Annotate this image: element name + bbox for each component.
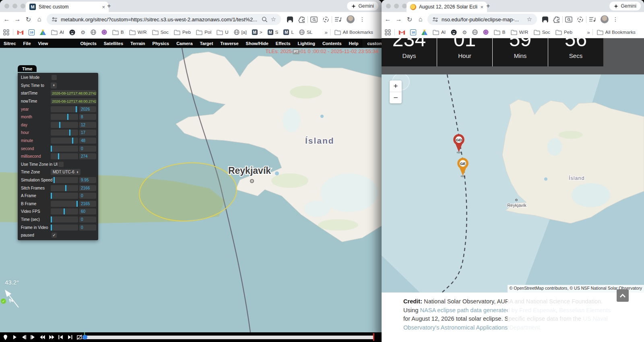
- menu-item-objects[interactable]: Objects: [76, 41, 100, 46]
- slider-handle[interactable]: [58, 153, 59, 159]
- zoom-in-button[interactable]: +: [390, 80, 402, 92]
- all-bookmarks-folder[interactable]: All Bookmarks: [597, 29, 636, 35]
- slider-track[interactable]: [51, 225, 78, 231]
- back-icon[interactable]: ←: [382, 16, 393, 23]
- bookmark-item[interactable]: 16: [410, 29, 416, 35]
- slider-handle[interactable]: [51, 216, 52, 223]
- slider-track[interactable]: [51, 106, 78, 112]
- close-tab-icon[interactable]: ×: [480, 4, 483, 10]
- checkbox[interactable]: ✓: [52, 233, 57, 238]
- address-bar[interactable]: nso.edu/for-public/eclipse-map-... ☆: [427, 14, 537, 25]
- bookmark-item[interactable]: Soc: [152, 29, 169, 35]
- gemini-button[interactable]: Gemini: [347, 2, 378, 10]
- transport-jump-start-icon[interactable]: [58, 334, 64, 340]
- value-box[interactable]: 0: [79, 216, 96, 223]
- close-window-button[interactable]: [4, 4, 9, 8]
- lens-capture-icon[interactable]: [322, 16, 329, 23]
- extensions-puzzle-icon[interactable]: [298, 16, 305, 23]
- reload-icon[interactable]: ↻: [23, 16, 34, 23]
- bookmark-item[interactable]: ⚙: [80, 29, 85, 35]
- value-box[interactable]: 12: [79, 122, 96, 128]
- bookmark-item[interactable]: [421, 30, 427, 35]
- menu-kebab-icon[interactable]: ⋮: [359, 16, 365, 23]
- bookmark-star-icon[interactable]: ☆: [527, 16, 532, 23]
- transport-jump-end-icon[interactable]: [67, 334, 73, 340]
- menu-kebab-icon[interactable]: ⋮: [613, 16, 618, 23]
- slider-handle[interactable]: [64, 208, 65, 214]
- bookmark-item[interactable]: SL: [299, 29, 312, 35]
- close-window-button[interactable]: [386, 4, 391, 8]
- zoom-page-icon[interactable]: [262, 16, 268, 23]
- value-box[interactable]: 9.95: [79, 177, 96, 183]
- bookmark-item[interactable]: [101, 29, 107, 35]
- side-panel-search-icon[interactable]: [565, 16, 572, 23]
- bookmarks-overflow-chevrons[interactable]: »: [587, 29, 590, 35]
- bookmark-item[interactable]: MS: [268, 29, 279, 35]
- value-box[interactable]: 60: [79, 208, 96, 214]
- menu-item-terrain[interactable]: Terrain: [127, 41, 149, 46]
- menu-item-file[interactable]: File: [20, 41, 35, 46]
- transport-frame-back-icon[interactable]: [21, 334, 27, 340]
- reload-icon[interactable]: ↻: [404, 16, 415, 23]
- tab-groups-grid-icon[interactable]: [385, 29, 391, 35]
- slider-track[interactable]: [51, 201, 78, 207]
- slider-track[interactable]: [51, 216, 78, 223]
- timeline-scrubber-track[interactable]: [83, 336, 374, 339]
- menu-item-camera[interactable]: Camera: [173, 41, 196, 46]
- slider-track[interactable]: [51, 114, 78, 120]
- value-box[interactable]: 2166: [79, 185, 96, 191]
- traffic-lights[interactable]: [386, 4, 407, 8]
- menu-item-view[interactable]: View: [35, 41, 52, 46]
- bookmark-item[interactable]: [451, 29, 457, 35]
- bookmark-item[interactable]: [a]: [234, 29, 247, 35]
- bookmark-item[interactable]: Peb: [555, 29, 572, 35]
- tab-sitrec-custom[interactable]: M Sitrec custom ×: [26, 2, 109, 12]
- forward-icon[interactable]: →: [393, 16, 404, 23]
- profile-avatar[interactable]: [347, 15, 355, 23]
- back-icon[interactable]: ←: [1, 16, 12, 23]
- bookmark-item[interactable]: ⚙: [462, 29, 467, 35]
- menu-item-help[interactable]: Help: [345, 41, 362, 46]
- home-icon[interactable]: ⌂: [415, 16, 426, 23]
- slider-track[interactable]: [51, 185, 78, 191]
- menu-item-sitrec[interactable]: Sitrec: [0, 41, 20, 46]
- value-box[interactable]: 0: [79, 146, 96, 152]
- menu-item-target[interactable]: Target: [196, 41, 217, 46]
- site-settings-icon[interactable]: [52, 17, 58, 22]
- slider-handle[interactable]: [54, 177, 55, 183]
- side-panel-search-icon[interactable]: [310, 16, 318, 23]
- slider-track[interactable]: [51, 122, 78, 128]
- new-tab-button[interactable]: +: [486, 2, 490, 10]
- checkbox[interactable]: [52, 75, 57, 80]
- forward-icon[interactable]: →: [12, 16, 23, 23]
- value-box[interactable]: 17: [79, 130, 96, 136]
- menu-item-traverse[interactable]: Traverse: [217, 41, 242, 46]
- checkbox[interactable]: [58, 162, 64, 167]
- minimize-window-button[interactable]: [12, 4, 17, 8]
- slider-handle[interactable]: [51, 225, 52, 231]
- bookmark-item[interactable]: [399, 30, 405, 35]
- time-panel-tab[interactable]: Time: [18, 65, 37, 72]
- minimize-window-button[interactable]: [394, 4, 399, 8]
- bookmark-item[interactable]: W/R: [511, 29, 528, 35]
- bookmark-item[interactable]: Pol: [196, 29, 211, 35]
- slider-handle[interactable]: [76, 201, 78, 207]
- slider-handle[interactable]: [51, 193, 52, 199]
- tab-eclipse[interactable]: August 12, 2026 Solar Eclips ×: [407, 2, 487, 12]
- close-tab-icon[interactable]: ×: [102, 4, 105, 10]
- slider-track[interactable]: [51, 208, 78, 214]
- slider-handle[interactable]: [59, 122, 60, 128]
- bookmark-item[interactable]: ML: [283, 29, 294, 35]
- slider-handle[interactable]: [69, 130, 70, 136]
- text-input[interactable]: 2026-08-12T17:48:00.274Z: [51, 90, 96, 96]
- slider-handle[interactable]: [72, 138, 73, 144]
- scroll-to-top-button[interactable]: [617, 289, 629, 302]
- slider-track[interactable]: [51, 138, 78, 144]
- transport-camera-off-icon[interactable]: [76, 334, 83, 340]
- bookmark-item[interactable]: [483, 29, 489, 35]
- zoom-window-button[interactable]: [21, 4, 25, 8]
- slider-handle[interactable]: [76, 106, 77, 112]
- bookmark-item[interactable]: [17, 30, 23, 35]
- bookmark-item[interactable]: [69, 29, 75, 35]
- site-settings-icon[interactable]: [432, 17, 438, 22]
